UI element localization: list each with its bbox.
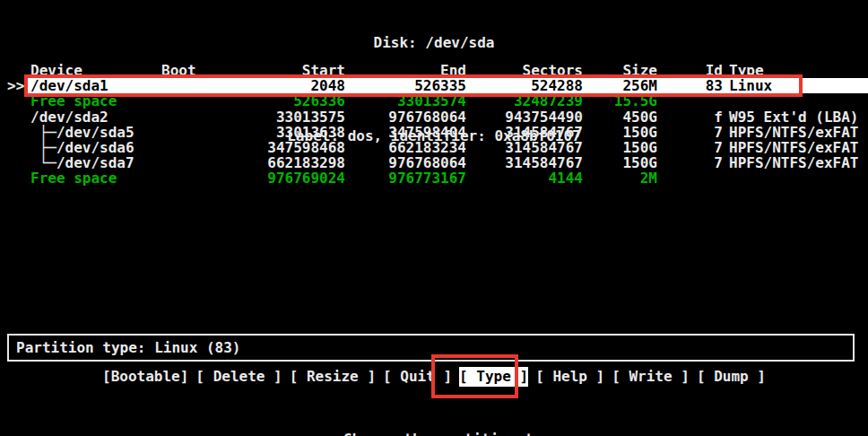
status-line: Change the partition type: [0, 414, 868, 436]
type-cell: W95 Ext'd (LBA): [723, 109, 868, 125]
menu-bar: [Bootable][ Delete ][ Resize ][ Quit ][ …: [0, 367, 868, 387]
sectors-cell: 4144: [466, 170, 583, 186]
start-cell: 662183298: [215, 155, 345, 170]
start-cell: 33013575: [215, 109, 345, 125]
info-box: Partition type: Linux (83): [7, 334, 855, 362]
table-row[interactable]: Free space97676902497677316741442M: [0, 170, 868, 186]
size-cell: 256M: [583, 78, 657, 93]
id-cell: f: [657, 109, 723, 125]
start-header: Start: [215, 63, 345, 78]
type-cell: [723, 170, 868, 186]
start-cell: 33013638: [215, 125, 345, 140]
boot-cell: [161, 155, 215, 170]
boot-header: Boot: [161, 63, 215, 78]
id-cell: 7: [657, 155, 723, 170]
end-cell: 976768064: [345, 155, 466, 170]
size-cell: 150G: [583, 140, 657, 155]
end-cell: 526335: [345, 78, 466, 93]
boot-cell: [161, 78, 215, 93]
start-cell: 976769024: [215, 170, 345, 186]
partition-table-body: >>/dev/sda12048526335524288256M83LinuxFr…: [0, 78, 868, 186]
device-cell: └─/dev/sda7: [27, 155, 161, 170]
menu-item-quit[interactable]: [ Quit ]: [383, 367, 452, 387]
table-row[interactable]: >>/dev/sda12048526335524288256M83Linux: [0, 78, 868, 93]
end-cell: 976768064: [345, 109, 466, 125]
table-row[interactable]: Free space526336330135743248723915.5G: [0, 93, 868, 109]
marker-cell: [0, 93, 27, 109]
marker-header: [0, 63, 27, 78]
table-header-row: Device Boot Start End Sectors Size Id Ty…: [0, 63, 868, 78]
end-cell: 976773167: [345, 170, 466, 186]
menu-item-delete[interactable]: [ Delete ]: [195, 367, 282, 387]
device-cell: /dev/sda2: [27, 109, 161, 125]
partition-table: Device Boot Start End Sectors Size Id Ty…: [0, 63, 868, 187]
menu-item-help[interactable]: [ Help ]: [535, 367, 604, 387]
sectors-cell: 314584767: [466, 140, 583, 155]
sectors-header: Sectors: [466, 63, 583, 78]
size-cell: 2M: [583, 170, 657, 186]
device-cell: /dev/sda1: [27, 78, 161, 93]
boot-cell: [161, 170, 215, 186]
size-cell: 150G: [583, 125, 657, 140]
size-cell: 15.5G: [583, 93, 657, 109]
partition-type-info: Partition type: Linux (83): [16, 339, 240, 356]
end-header: End: [345, 63, 466, 78]
end-cell: 33013574: [345, 93, 466, 109]
boot-cell: [161, 125, 215, 140]
sectors-cell: 32487239: [466, 93, 583, 109]
table-row[interactable]: ├─/dev/sda634759846866218323431458476715…: [0, 140, 868, 155]
disk-title: Disk: /dev/sda: [0, 35, 868, 50]
id-cell: [657, 93, 723, 109]
sectors-cell: 314584767: [466, 125, 583, 140]
type-cell: [723, 93, 868, 109]
table-row[interactable]: /dev/sda233013575976768064943754490450Gf…: [0, 109, 868, 125]
boot-cell: [161, 93, 215, 109]
type-cell: HPFS/NTFS/exFAT: [723, 155, 868, 170]
id-cell: 83: [657, 78, 723, 93]
size-header: Size: [583, 63, 657, 78]
boot-cell: [161, 109, 215, 125]
table-row[interactable]: └─/dev/sda766218329897676806431458476715…: [0, 155, 868, 170]
marker-cell: [0, 170, 27, 186]
id-cell: 7: [657, 140, 723, 155]
menu-item-resize[interactable]: [ Resize ]: [290, 367, 376, 387]
table-row[interactable]: ├─/dev/sda533013638347598404314584767150…: [0, 125, 868, 140]
menu-item-write[interactable]: [ Write ]: [612, 367, 690, 387]
device-header: Device: [27, 63, 161, 78]
sectors-cell: 524288: [466, 78, 583, 93]
type-cell: Linux: [723, 78, 868, 93]
type-cell: HPFS/NTFS/exFAT: [723, 140, 868, 155]
device-cell: ├─/dev/sda5: [27, 125, 161, 140]
start-cell: 526336: [215, 93, 345, 109]
marker-cell: [0, 155, 27, 170]
sectors-cell: 314584767: [466, 155, 583, 170]
end-cell: 662183234: [345, 140, 466, 155]
marker-cell: >>: [0, 78, 27, 93]
id-cell: [657, 170, 723, 186]
start-cell: 347598468: [215, 140, 345, 155]
type-cell: HPFS/NTFS/exFAT: [723, 125, 868, 140]
start-cell: 2048: [215, 78, 345, 93]
id-header: Id: [657, 63, 723, 78]
marker-cell: [0, 125, 27, 140]
size-cell: 450G: [583, 109, 657, 125]
size-cell: 150G: [583, 155, 657, 170]
status-text: Change the partition type: [343, 431, 560, 436]
type-header: Type: [723, 63, 868, 78]
device-cell: ├─/dev/sda6: [27, 140, 161, 155]
sectors-cell: 943754490: [466, 109, 583, 125]
menu-item-bootable[interactable]: [Bootable]: [102, 367, 188, 387]
marker-cell: [0, 109, 27, 125]
device-cell: Free space: [27, 170, 161, 186]
menu-item-type[interactable]: [ Type ]: [459, 367, 528, 387]
marker-cell: [0, 140, 27, 155]
menu-item-dump[interactable]: [ Dump ]: [697, 367, 766, 387]
id-cell: 7: [657, 125, 723, 140]
cfdisk-terminal: Disk: /dev/sda Size: 465.8 GiB, 50010786…: [0, 0, 868, 436]
boot-cell: [161, 140, 215, 155]
device-cell: Free space: [27, 93, 161, 109]
end-cell: 347598404: [345, 125, 466, 140]
